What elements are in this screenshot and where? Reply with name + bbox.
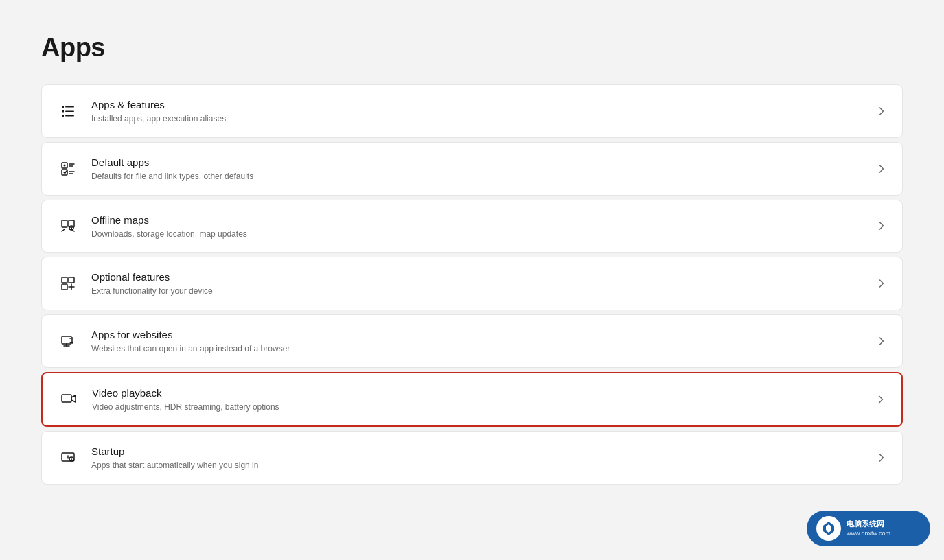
default-apps-icon (56, 156, 80, 181)
svg-rect-3 (65, 110, 74, 112)
apps-for-websites-chevron (875, 334, 888, 348)
settings-item-default-apps[interactable]: Default apps Defaults for file and link … (41, 142, 903, 196)
settings-item-offline-maps[interactable]: Offline maps Downloads, storage location… (41, 200, 903, 253)
settings-item-apps-for-websites[interactable]: Apps for websites Websites that can open… (41, 314, 903, 368)
watermark-icon (816, 516, 841, 541)
startup-title: Startup (91, 444, 875, 458)
startup-icon (56, 445, 80, 470)
video-playback-content: Video playback Video adjustments, HDR st… (92, 386, 874, 413)
svg-rect-9 (62, 220, 67, 227)
svg-point-7 (64, 164, 66, 166)
startup-chevron (875, 451, 888, 465)
video-playback-subtitle: Video adjustments, HDR streaming, batter… (92, 401, 874, 413)
svg-rect-14 (62, 284, 67, 290)
apps-features-content: Apps & features Installed apps, app exec… (91, 97, 875, 125)
svg-rect-1 (65, 106, 74, 108)
optional-features-content: Optional features Extra functionality fo… (91, 270, 875, 297)
offline-maps-title: Offline maps (91, 213, 875, 227)
optional-features-subtitle: Extra functionality for your device (91, 285, 875, 297)
offline-maps-icon (56, 213, 80, 238)
apps-for-websites-content: Apps for websites Websites that can open… (91, 327, 875, 355)
apps-for-websites-icon (56, 329, 80, 353)
startup-subtitle: Apps that start automatically when you s… (91, 460, 875, 471)
apps-features-subtitle: Installed apps, app execution aliases (91, 113, 875, 125)
svg-rect-4 (62, 115, 64, 117)
page-title: Apps (41, 33, 903, 62)
settings-item-optional-features[interactable]: Optional features Extra functionality fo… (41, 257, 903, 310)
video-playback-chevron (874, 393, 888, 406)
apps-features-title: Apps & features (91, 97, 875, 112)
default-apps-content: Default apps Defaults for file and link … (91, 155, 875, 183)
offline-maps-chevron (875, 219, 888, 233)
video-playback-title: Video playback (92, 386, 874, 400)
apps-for-websites-subtitle: Websites that can open in an app instead… (91, 343, 875, 355)
watermark-text: 电脑系统网 www.dnxtw.com (847, 519, 890, 538)
apps-for-websites-title: Apps for websites (91, 327, 875, 342)
settings-item-startup[interactable]: Startup Apps that start automatically wh… (41, 431, 903, 485)
apps-features-icon (56, 99, 80, 124)
svg-rect-13 (69, 277, 74, 283)
startup-content: Startup Apps that start automatically wh… (91, 444, 875, 471)
default-apps-title: Default apps (91, 155, 875, 170)
settings-list: Apps & features Installed apps, app exec… (41, 84, 903, 489)
optional-features-icon (56, 271, 80, 296)
watermark: 电脑系统网 www.dnxtw.com (807, 511, 930, 546)
page-container: Apps Apps & features Installed apps, app… (0, 0, 944, 530)
default-apps-subtitle: Defaults for file and link types, other … (91, 171, 875, 183)
svg-rect-5 (65, 115, 74, 117)
svg-rect-2 (62, 110, 64, 112)
default-apps-chevron (875, 162, 888, 176)
offline-maps-content: Offline maps Downloads, storage location… (91, 213, 875, 240)
apps-features-chevron (875, 104, 888, 118)
offline-maps-subtitle: Downloads, storage location, map updates (91, 229, 875, 240)
svg-rect-12 (62, 277, 67, 283)
settings-item-video-playback[interactable]: Video playback Video adjustments, HDR st… (41, 372, 903, 427)
optional-features-chevron (875, 277, 888, 290)
video-playback-icon (56, 387, 81, 412)
optional-features-title: Optional features (91, 270, 875, 284)
settings-item-apps-features[interactable]: Apps & features Installed apps, app exec… (41, 84, 903, 138)
svg-rect-0 (62, 106, 64, 108)
svg-rect-16 (62, 395, 71, 402)
